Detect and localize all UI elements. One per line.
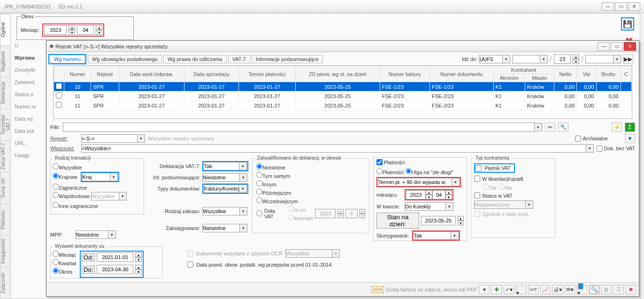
tab-wg-obowiazku[interactable]: Wg obowiązku podatkowego xyxy=(88,55,162,63)
app-subtitle: SD ver.2.1 xyxy=(58,4,82,9)
printer-icon[interactable]: 🖨▾ xyxy=(552,285,563,294)
plat-rok[interactable] xyxy=(406,190,426,199)
deklaracja-combo[interactable] xyxy=(204,162,239,170)
rejestr-max-button[interactable]: ▭ xyxy=(611,42,623,51)
search-icon[interactable]: 🔍 xyxy=(589,285,599,294)
left-tab-8[interactable]: Załączniki xyxy=(0,267,10,299)
save-icon[interactable]: 💾 xyxy=(621,17,634,31)
filter-label: Filtr: xyxy=(50,124,60,130)
skorygowane-combo[interactable] xyxy=(414,231,451,240)
rejestr-combo[interactable] xyxy=(81,134,138,143)
dok-bez-vat-check[interactable] xyxy=(597,146,603,152)
left-tabs: OgólneNagłówekDeklaracjaSprzedaż VAT-7Za… xyxy=(0,14,11,299)
idz-do-label: Idź do: xyxy=(462,56,477,62)
data-powst-check[interactable] xyxy=(187,261,193,268)
left-tab-2[interactable]: Deklaracja xyxy=(0,77,10,108)
wlasciciel-label: Właściciel: xyxy=(50,146,78,151)
rejestr-title: Rejestr VAT [<-S->] Wszystkie rejestry s… xyxy=(55,44,168,49)
bars-icon[interactable]: ☰ xyxy=(613,285,624,294)
tab-info-podsum[interactable]: Informacje podsumowujące xyxy=(252,55,323,63)
wlasciciel-combo[interactable] xyxy=(81,144,586,153)
ocr-tag-icon: OCR xyxy=(371,286,383,293)
idz-do-combo[interactable] xyxy=(479,55,503,63)
filter-wand-icon[interactable]: ✏ xyxy=(545,123,555,132)
do-date[interactable] xyxy=(97,265,133,274)
rejestr-min-button[interactable]: — xyxy=(598,42,610,51)
go-button[interactable]: ▶▶ xyxy=(623,54,633,64)
doc-icon[interactable]: 📄▾ xyxy=(516,285,526,294)
table-row[interactable]: 11SPR2023-01-272023-01-27 2023-01-272023… xyxy=(54,92,632,101)
grid[interactable]: Numer Rejestr Data wyst./odpraw. Data sp… xyxy=(53,65,632,119)
close-button[interactable]: ✕ xyxy=(628,2,640,11)
add1-icon[interactable]: ▾ xyxy=(479,285,490,294)
rejestr-close-button[interactable]: ✕ xyxy=(624,42,636,51)
filter-tool-icon[interactable]: 🔧 xyxy=(558,123,568,132)
kraj-combo[interactable] xyxy=(82,173,110,181)
wkwocie-combo[interactable] xyxy=(405,202,446,211)
filter-input[interactable] xyxy=(63,123,535,132)
idz-do-num[interactable] xyxy=(554,54,571,64)
typy-combo[interactable] xyxy=(204,184,239,193)
od-date[interactable] xyxy=(97,253,133,262)
idz-do-text[interactable] xyxy=(512,55,540,63)
okres-miesiac[interactable] xyxy=(77,25,94,35)
left-tab-6[interactable]: Płatności xyxy=(0,204,10,235)
idz-do-combo2[interactable] xyxy=(585,55,613,63)
plat-mies[interactable] xyxy=(432,190,445,199)
status-vat-check[interactable] xyxy=(474,192,480,199)
left-tab-1[interactable]: Nagłówek xyxy=(0,45,10,77)
platnik-vat-check[interactable] xyxy=(475,165,482,171)
thunder-icon[interactable]: ⚡ xyxy=(612,123,622,132)
app-title: JPK_V7M/04/2023/1 xyxy=(4,4,51,9)
book-icon[interactable]: 📘▾ xyxy=(577,285,587,294)
check-icon[interactable]: ✓▾ xyxy=(504,285,514,294)
left-tab-4[interactable]: Zakup VAT-7 xyxy=(0,140,10,172)
sigma-icon[interactable]: Σ xyxy=(625,123,635,132)
inf-combo[interactable] xyxy=(202,173,240,182)
tab-vat7[interactable]: VAT-7 xyxy=(228,55,250,63)
mail-icon[interactable]: ✉▾ xyxy=(565,285,575,294)
table-row[interactable]: 11SPR2023-01-272023-01-27 2023-01-272023… xyxy=(54,101,632,110)
left-tab-0[interactable]: Ogólne xyxy=(0,14,10,45)
rodzaj-zakupu-combo[interactable] xyxy=(202,207,240,215)
okres-rok[interactable] xyxy=(44,25,67,35)
stan-date[interactable] xyxy=(421,216,456,225)
archiwalne-check[interactable] xyxy=(575,136,581,142)
mpp-combo[interactable] xyxy=(76,230,108,239)
table-row[interactable]: 10SPR2023-01-272023-01-27 2023-01-272023… xyxy=(54,82,632,92)
left-tab-3[interactable]: Sprzedaż VAT-7 xyxy=(0,108,10,140)
tab-wg-numeru[interactable]: Wg numeru xyxy=(50,55,85,63)
rejestr-crown-icon: ♚ xyxy=(49,43,54,49)
platnosci-check[interactable] xyxy=(376,159,383,165)
termin-combo[interactable] xyxy=(378,178,452,186)
stan-na-dzien-button[interactable]: Stan na dzień: xyxy=(376,213,419,229)
maximize-button[interactable]: ▭ xyxy=(615,2,627,11)
vat-icon[interactable]: VAT xyxy=(528,285,538,294)
minimize-button[interactable]: — xyxy=(602,2,614,11)
zaksiegowano-combo[interactable] xyxy=(202,224,240,232)
chart-icon[interactable]: 📈 xyxy=(540,285,551,294)
wlikw-check[interactable] xyxy=(474,176,480,182)
left-tab-7[interactable]: Księgowość xyxy=(0,235,10,267)
left-tab-5[interactable]: Sumy ctrl xyxy=(0,172,10,203)
rejestr-label: Rejestr: xyxy=(50,136,78,141)
funnel-icon[interactable]: ▼ xyxy=(625,134,635,143)
tab-wg-prawa[interactable]: Wg prawa do odliczenia xyxy=(163,55,227,63)
miesiac-label: Miesiąc: xyxy=(21,27,39,33)
okres-label: Okres xyxy=(20,14,35,19)
plus-icon[interactable]: ✚ xyxy=(491,285,502,294)
rejestr-desc: Wszystkie rejestry sprzedaży xyxy=(148,136,215,141)
close-x-icon[interactable]: ✖ xyxy=(626,285,636,294)
trash-icon[interactable]: 🗑 xyxy=(601,285,612,294)
